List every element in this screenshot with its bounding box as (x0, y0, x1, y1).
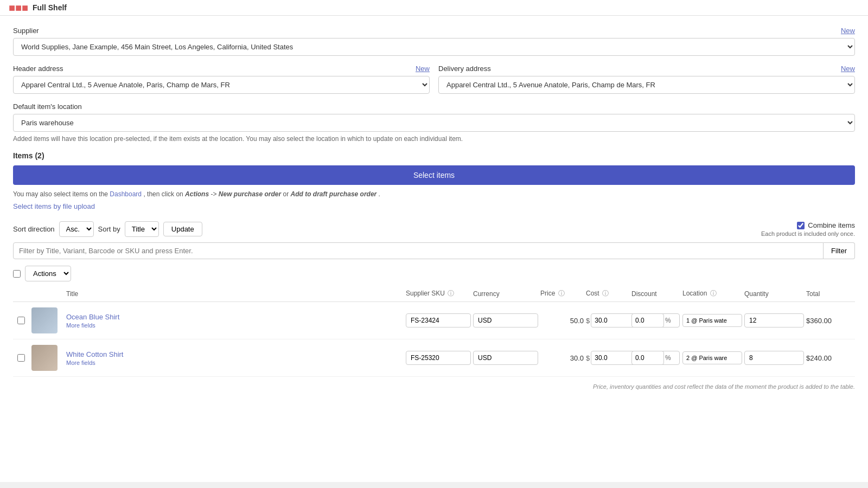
filter-row: Filter (13, 242, 855, 259)
dashboard-link[interactable]: Dashboard (110, 190, 142, 198)
combine-items-checkbox[interactable] (797, 222, 805, 229)
add-draft-emphasis: Add to draft purchase order (291, 190, 377, 198)
th-title: Title (66, 290, 404, 298)
footer-note: Price, inventory quantities and cost ref… (13, 383, 855, 390)
default-location-label: Default item's location (13, 102, 82, 111)
app-header: ◼◼◼ Full Shelf (0, 0, 868, 16)
select-items-button[interactable]: Select items (13, 165, 855, 185)
row2-location-cell (682, 351, 742, 364)
sort-direction-select[interactable]: Asc. (59, 221, 94, 237)
info-or: or (283, 190, 291, 198)
table-row: White Cotton Shirt More fields 30.0 $ % … (13, 339, 855, 377)
th-location: Location ⓘ (682, 289, 742, 298)
row2-cost-cell: $ (586, 351, 629, 365)
row1-sku-cell (406, 313, 471, 328)
filter-input[interactable] (13, 242, 824, 259)
row2-discount-input[interactable] (631, 351, 664, 365)
row2-checkbox-cell (13, 354, 29, 362)
row1-checkbox[interactable] (17, 317, 25, 324)
th-cost: Cost ⓘ (586, 289, 629, 298)
info-arrow: -> (210, 190, 218, 198)
row2-qty-input[interactable] (744, 351, 804, 365)
file-upload-link[interactable]: Select items by file upload (13, 202, 855, 210)
supplier-new-link[interactable]: New (841, 27, 855, 35)
row2-sku-cell (406, 351, 471, 365)
th-quantity: Quantity (744, 290, 804, 298)
row1-checkbox-cell (13, 317, 29, 324)
row1-cost-cell: $ (586, 313, 629, 328)
location-note: Added items will have this location pre-… (13, 135, 855, 143)
row1-location-input[interactable] (682, 314, 742, 327)
header-address-new-link[interactable]: New (416, 65, 430, 73)
th-discount: Discount (631, 290, 680, 298)
app-logo: ◼◼◼ (9, 3, 28, 12)
header-address-select[interactable]: Apparel Central Ltd., 5 Avenue Anatole, … (13, 76, 430, 94)
supplier-select[interactable]: World Supplies, Jane Example, 456 Main S… (13, 38, 855, 56)
row2-qty-cell (744, 351, 804, 365)
row2-product-name[interactable]: White Cotton Shirt (66, 350, 124, 358)
row2-price-cell: 30.0 (540, 354, 584, 362)
row1-currency-input[interactable] (473, 313, 538, 328)
th-sku: Supplier SKU ⓘ (406, 289, 471, 298)
filter-button[interactable]: Filter (824, 242, 855, 259)
sort-by-select[interactable]: Title (125, 221, 159, 237)
row1-img (31, 307, 58, 333)
th-currency: Currency (473, 290, 538, 298)
row2-location-input[interactable] (682, 351, 742, 364)
header-address-label: Header address (13, 65, 63, 73)
address-row: Header address New Apparel Central Ltd.,… (13, 65, 855, 102)
row1-sku-input[interactable] (406, 313, 471, 328)
row2-total-cell: $240.00 (806, 354, 855, 362)
th-total: Total (806, 290, 855, 298)
row1-qty-input[interactable] (744, 313, 804, 328)
row1-total-cell: $360.00 (806, 317, 855, 325)
table-header: Title Supplier SKU ⓘ Currency Price ⓘ Co… (13, 286, 855, 302)
default-location-group: Default item's location Paris warehouse … (13, 102, 855, 143)
row2-sku-input[interactable] (406, 351, 471, 365)
supplier-field-group: Supplier New World Supplies, Jane Exampl… (13, 27, 855, 56)
combine-items-note: Each product is included only once. (761, 230, 855, 237)
select-all-checkbox[interactable] (13, 270, 21, 278)
delivery-address-label: Delivery address (438, 65, 491, 73)
row2-currency-input[interactable] (473, 351, 538, 365)
header-address-group: Header address New Apparel Central Ltd.,… (13, 65, 430, 94)
delivery-address-select[interactable]: Apparel Central Ltd., 5 Avenue Anatole, … (438, 76, 855, 94)
app-title: Full Shelf (33, 3, 67, 12)
row1-product-info: Ocean Blue Shirt More fields (66, 313, 404, 329)
row1-more-fields[interactable]: More fields (66, 322, 404, 329)
row1-price-cell: 50.0 (540, 317, 584, 325)
row2-product-info: White Cotton Shirt More fields (66, 350, 404, 366)
row1-discount-input[interactable] (631, 313, 664, 328)
row1-qty-cell (744, 313, 804, 328)
update-button[interactable]: Update (163, 222, 202, 236)
row1-location-cell (682, 314, 742, 327)
delivery-address-group: Delivery address New Apparel Central Ltd… (438, 65, 855, 94)
sort-row: Sort direction Asc. Sort by Title Update… (13, 221, 855, 237)
delivery-address-new-link[interactable]: New (841, 65, 855, 73)
row2-discount-cell: % (631, 351, 680, 365)
table-row: Ocean Blue Shirt More fields 50.0 $ % $3… (13, 302, 855, 339)
row2-more-fields[interactable]: More fields (66, 359, 404, 366)
th-price: Price ⓘ (540, 289, 584, 298)
actions-emphasis: Actions (185, 190, 209, 198)
row2-img (31, 345, 58, 371)
main-content: Supplier New World Supplies, Jane Exampl… (0, 16, 868, 482)
supplier-label: Supplier (13, 27, 39, 35)
actions-select[interactable]: Actions (25, 266, 71, 281)
actions-bar: Actions (13, 266, 855, 281)
info-middle: , then click on (143, 190, 185, 198)
sort-by-label: Sort by (98, 225, 120, 233)
info-end: . (379, 190, 380, 198)
row2-checkbox[interactable] (17, 354, 25, 362)
sort-direction-label: Sort direction (13, 225, 55, 233)
row1-product-name[interactable]: Ocean Blue Shirt (66, 313, 119, 321)
items-info-text: You may also select items on the Dashboa… (13, 190, 855, 198)
row1-currency-cell (473, 313, 538, 328)
default-location-select[interactable]: Paris warehouse (13, 114, 855, 132)
info-prefix: You may also select items on the (13, 190, 110, 198)
new-po-emphasis: New purchase order (219, 190, 281, 198)
row1-discount-cell: % (631, 313, 680, 328)
combine-items-label: Combine items (808, 221, 855, 229)
row2-currency-cell (473, 351, 538, 365)
items-header: Items (2) (13, 151, 855, 160)
